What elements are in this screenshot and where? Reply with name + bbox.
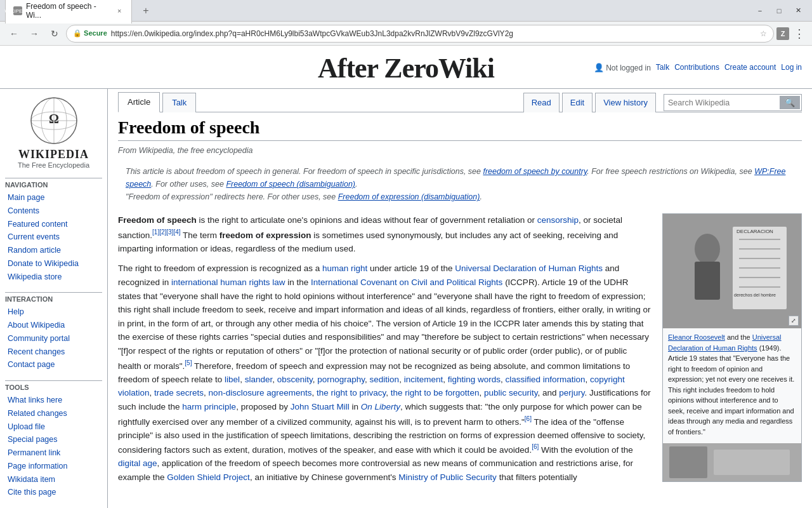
sidebar-item-donate[interactable]: Donate to Wikipedia bbox=[5, 257, 102, 271]
wiki-logo: Ω WIKIPEDIA The Free Encyclopedia bbox=[5, 95, 102, 169]
close-button[interactable]: ✕ bbox=[789, 4, 807, 18]
link-sedition[interactable]: sedition bbox=[370, 375, 400, 384]
link-obscenity[interactable]: obscenity bbox=[277, 375, 313, 384]
tab-view-history[interactable]: View history bbox=[595, 93, 656, 112]
bold-term-2: freedom of expression bbox=[219, 230, 311, 239]
infobox-photo: DECLARACION derechos del hombre bbox=[663, 214, 801, 328]
login-link[interactable]: Log in bbox=[781, 63, 802, 72]
link-intl-human-rights[interactable]: international human rights law bbox=[171, 277, 285, 287]
new-tab-button[interactable]: + bbox=[138, 3, 154, 18]
sidebar-item-upload[interactable]: Upload file bbox=[5, 420, 102, 434]
sidebar-item-permanent[interactable]: Permanent link bbox=[5, 446, 102, 460]
link-harm-principle[interactable]: harm principle bbox=[182, 402, 236, 411]
link-eleanor-roosevelt[interactable]: Eleanor Roosevelt bbox=[668, 333, 725, 341]
minimize-button[interactable]: − bbox=[751, 4, 769, 18]
search-button[interactable]: 🔍 bbox=[780, 96, 800, 109]
link-trade-secrets[interactable]: trade secrets bbox=[154, 388, 204, 398]
link-mps[interactable]: Ministry of Public Security bbox=[398, 472, 497, 482]
sidebar-item-wikidata[interactable]: Wikidata item bbox=[5, 473, 102, 486]
tab-talk[interactable]: Talk bbox=[162, 93, 196, 112]
link-iccpr[interactable]: International Covenant on Civil and Poli… bbox=[311, 277, 502, 287]
link-nda[interactable]: non-disclosure agreements bbox=[209, 388, 312, 398]
sidebar-item-cite[interactable]: Cite this page bbox=[5, 486, 102, 499]
wikipedia-globe-icon: Ω bbox=[29, 95, 79, 146]
link-censorship[interactable]: censorship bbox=[537, 215, 579, 225]
sidebar-item-random[interactable]: Random article bbox=[5, 244, 102, 257]
cite-6b[interactable]: [6] bbox=[532, 443, 539, 450]
link-wp-free-speech[interactable]: WP:Free speech bbox=[126, 167, 785, 189]
back-button[interactable]: ← bbox=[5, 25, 23, 43]
wiki-tabs-row: Article Talk Read Edit View history 🔍 bbox=[118, 89, 802, 112]
sidebar-item-main-page[interactable]: Main page bbox=[5, 191, 102, 204]
article-infobox: DECLARACION derechos del hombre ⤢ Eleano… bbox=[662, 213, 802, 482]
svg-point-9 bbox=[695, 234, 720, 264]
link-digital-age[interactable]: digital age bbox=[118, 458, 157, 468]
link-freedom-by-country[interactable]: freedom of speech by country bbox=[483, 167, 587, 176]
sidebar-item-special[interactable]: Special pages bbox=[5, 433, 102, 446]
search-input[interactable] bbox=[665, 97, 780, 109]
tab-read[interactable]: Read bbox=[523, 93, 560, 112]
infobox-expand-icon[interactable]: ⤢ bbox=[789, 316, 799, 326]
link-jsmill[interactable]: John Stuart Mill bbox=[291, 402, 350, 411]
link-public-security[interactable]: public security bbox=[484, 388, 538, 398]
sidebar-item-featured[interactable]: Featured content bbox=[5, 218, 102, 231]
contributions-link[interactable]: Contributions bbox=[674, 63, 719, 72]
sidebar-item-about[interactable]: About Wikipedia bbox=[5, 319, 102, 332]
sidebar-item-contents[interactable]: Contents bbox=[5, 204, 102, 218]
cite-1[interactable]: [1][2][3][4] bbox=[152, 229, 180, 236]
cite-6a[interactable]: [6] bbox=[525, 415, 532, 422]
wiki-search-box: 🔍 bbox=[664, 94, 802, 111]
sidebar-interaction: Interaction Help About Wikipedia Communi… bbox=[5, 288, 102, 371]
wiki-content-tabs: Article Talk bbox=[118, 91, 197, 112]
address-bar[interactable]: 🔒 Secure https://en.0wikipedia.org/index… bbox=[66, 25, 774, 43]
link-incitement[interactable]: incitement bbox=[404, 375, 443, 384]
wiki-sidebar: Ω WIKIPEDIA The Free Encyclopedia Naviga… bbox=[0, 89, 108, 508]
link-fighting-words[interactable]: fighting words bbox=[448, 375, 501, 384]
link-classified[interactable]: classified information bbox=[506, 375, 586, 384]
sidebar-item-related-changes[interactable]: Related changes bbox=[5, 407, 102, 420]
link-disambiguation[interactable]: Freedom of speech (disambiguation) bbox=[226, 180, 355, 189]
wiki-top-right: 👤 Not logged in Talk Contributions Creat… bbox=[594, 62, 802, 72]
article-title: Freedom of speech bbox=[118, 117, 802, 141]
link-udhr-text[interactable]: Universal Declaration of Human Rights bbox=[455, 264, 603, 273]
link-libel[interactable]: libel bbox=[225, 375, 240, 384]
link-expression-disambiguation[interactable]: Freedom of expression (disambiguation) bbox=[338, 192, 480, 201]
sidebar-item-recent[interactable]: Recent changes bbox=[5, 345, 102, 359]
bookmark-star-icon[interactable]: ☆ bbox=[760, 29, 767, 38]
sidebar-item-store[interactable]: Wikipedia store bbox=[5, 271, 102, 284]
sidebar-item-community[interactable]: Community portal bbox=[5, 332, 102, 345]
link-golden-shield[interactable]: Golden Shield Project bbox=[167, 472, 250, 482]
tab-title: Freedom of speech - Wi... bbox=[26, 2, 111, 20]
sidebar-item-help[interactable]: Help bbox=[5, 305, 102, 319]
browser-tab[interactable]: WIKIPEDIA Freedom of speech - Wi... × bbox=[5, 0, 132, 23]
link-slander[interactable]: slander bbox=[245, 375, 273, 384]
tab-edit[interactable]: Edit bbox=[562, 93, 593, 112]
sidebar-interaction-heading: Interaction bbox=[5, 292, 102, 304]
link-human-right[interactable]: human right bbox=[322, 264, 367, 273]
browser-menu-button[interactable]: ⋮ bbox=[792, 26, 807, 41]
talk-link[interactable]: Talk bbox=[656, 63, 669, 72]
reload-button[interactable]: ↻ bbox=[46, 25, 63, 43]
tab-close-button[interactable]: × bbox=[115, 6, 124, 15]
sidebar-item-what-links[interactable]: What links here bbox=[5, 394, 102, 407]
link-privacy[interactable]: the right to privacy bbox=[317, 388, 386, 398]
infobox-caption: Eleanor Roosevelt and the Universal Decl… bbox=[663, 328, 801, 441]
link-on-liberty[interactable]: On Liberty bbox=[361, 402, 400, 411]
forward-button[interactable]: → bbox=[25, 25, 43, 43]
infobox-image-placeholder: DECLARACION derechos del hombre bbox=[663, 214, 801, 328]
maximize-button[interactable]: □ bbox=[770, 4, 788, 18]
zero-badge: Z bbox=[776, 27, 789, 40]
link-perjury[interactable]: perjury bbox=[559, 388, 584, 398]
sidebar-item-current-events[interactable]: Current events bbox=[5, 231, 102, 244]
sidebar-item-page-info[interactable]: Page information bbox=[5, 460, 102, 473]
sidebar-print: Print/export Create a book Download as P… bbox=[5, 504, 102, 508]
cite-5[interactable]: [5] bbox=[185, 359, 192, 366]
sidebar-tools-heading: Tools bbox=[5, 380, 102, 392]
link-pornography[interactable]: pornography bbox=[317, 375, 365, 384]
svg-rect-10 bbox=[695, 262, 720, 300]
link-forgotten[interactable]: the right to be forgotten bbox=[391, 388, 480, 398]
tab-article[interactable]: Article bbox=[118, 92, 160, 112]
sidebar-item-contact[interactable]: Contact page bbox=[5, 358, 102, 371]
svg-text:derechos del hombre: derechos del hombre bbox=[734, 293, 776, 297]
create-account-link[interactable]: Create account bbox=[724, 63, 776, 72]
